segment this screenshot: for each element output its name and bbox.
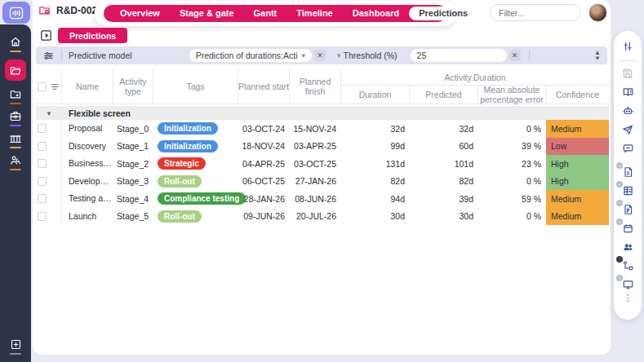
tab-card: Overview Stage & gate Gantt Timeline Das…	[95, 1, 455, 26]
row-hierarchy-cell	[47, 120, 62, 138]
workflow-icon[interactable]	[620, 258, 636, 273]
column-header-planned-finish[interactable]: Planned finish	[290, 69, 341, 104]
column-header-predicted[interactable]: Predicted	[410, 86, 478, 104]
hierarchy-icon	[50, 82, 60, 91]
table-row[interactable]: Business Case Stage_2 Strategic 04-APR-2…	[36, 155, 609, 173]
planned-finish-cell: 27-JAN-26	[290, 173, 341, 191]
duration-cell: 30d	[341, 208, 410, 226]
filter-input[interactable]	[490, 4, 581, 21]
tag-pill: Initialization	[158, 122, 218, 135]
users-icon[interactable]	[620, 240, 636, 254]
hierarchy-column-header[interactable]	[47, 69, 62, 104]
predictive-model-select[interactable]: Prediction of durations:Acti ▾	[189, 49, 312, 62]
duration-cell: 94d	[341, 190, 410, 208]
app-logo[interactable]	[2, 2, 30, 24]
export-table-icon[interactable]: ⌄	[620, 183, 636, 198]
collapse-chevron-icon[interactable]: ▾	[36, 109, 62, 117]
more-dots-icon[interactable]: ⋮	[624, 296, 633, 299]
planned-start-cell: 03-OCT-24	[238, 120, 290, 138]
column-header-mape[interactable]: Mean absolute percentage error	[478, 86, 546, 104]
sidebar-item-stage-gate[interactable]	[0, 130, 31, 152]
group-row-flexible-screen[interactable]: ▾ Flexible screen	[36, 106, 609, 120]
column-header-duration[interactable]: Duration	[341, 86, 410, 104]
column-header-activity-type[interactable]: Activity type	[113, 69, 153, 104]
activity-type-cell: Stage_4	[113, 190, 153, 208]
save-icon[interactable]	[620, 66, 636, 81]
main-panel: R&D-002 ▾ Overview Stage & gate Gantt Ti…	[33, 0, 611, 355]
sidebar-item-resources[interactable]	[0, 152, 31, 174]
sidebar-item-portfolio[interactable]	[0, 108, 31, 130]
name-cell: Proposal	[62, 120, 113, 138]
tags-cell: Initialization	[153, 120, 238, 138]
planned-start-cell: 28-JAN-26	[238, 190, 290, 208]
portfolio-underline	[10, 125, 21, 126]
filter-settings-icon[interactable]	[42, 51, 55, 61]
send-icon[interactable]	[620, 122, 636, 137]
tags-cell: Roll-out	[153, 173, 238, 191]
predictions-view-button[interactable]: Predictions	[58, 28, 127, 43]
export-chevron-badge: ⌄	[616, 162, 623, 169]
top-bar: R&D-002 ▾ Overview Stage & gate Gantt Ti…	[33, 0, 611, 26]
clear-model-icon[interactable]: ✕	[314, 50, 326, 61]
export-pdf-icon[interactable]: ⌄	[620, 165, 636, 179]
row-checkbox[interactable]	[38, 212, 47, 221]
stage-gate-icon	[5, 130, 26, 145]
stepper-control[interactable]: ▲▼	[594, 50, 601, 61]
column-header-tags[interactable]: Tags	[153, 69, 238, 104]
report-book-icon[interactable]	[620, 85, 636, 99]
column-header-name[interactable]: Name	[62, 69, 113, 104]
mape-cell: 23 %	[478, 155, 546, 173]
activity-type-cell: Stage_1	[113, 138, 153, 156]
sidebar-item-starred[interactable]	[0, 86, 31, 108]
table-row[interactable]: Launch Stage_5 Roll-out 09-JUN-26 20-JUL…	[36, 208, 609, 226]
predictive-model-label: Predictive model	[69, 51, 132, 60]
name-cell: Development	[62, 173, 113, 191]
row-checkbox[interactable]	[38, 159, 47, 168]
table-row[interactable]: Development Stage_3 Roll-out 06-OCT-25 2…	[36, 173, 609, 191]
predicted-cell: 101d	[410, 155, 478, 173]
column-header-planned-start[interactable]: Planned start	[238, 69, 290, 104]
monitor-icon[interactable]: ⌄	[620, 277, 636, 292]
divider	[61, 50, 62, 61]
tab-stage-gate[interactable]: Stage & gate	[170, 7, 244, 20]
table-row[interactable]: Discovery Stage_1 Initialization 18-NOV-…	[36, 138, 609, 156]
clear-threshold-icon[interactable]: ✕	[509, 50, 521, 61]
mape-cell: 0 %	[478, 173, 546, 191]
tab-overview[interactable]: Overview	[110, 7, 170, 20]
export-doc-icon[interactable]: ⌄	[620, 202, 636, 217]
add-underline	[10, 353, 21, 355]
table-row[interactable]: Testing and V... Stage_4 Compliance test…	[36, 190, 609, 208]
row-checkbox[interactable]	[38, 142, 47, 151]
row-checkbox[interactable]	[38, 124, 47, 133]
row-hierarchy-cell	[47, 155, 62, 173]
select-all-checkbox[interactable]	[38, 82, 47, 91]
row-checkbox[interactable]	[38, 194, 47, 203]
tab-predictions[interactable]: Predictions	[409, 7, 477, 20]
predicted-cell: 39d	[410, 190, 478, 208]
sidebar-item-home[interactable]	[0, 34, 31, 55]
tab-gantt[interactable]: Gantt	[244, 7, 287, 20]
workflow-dot-badge	[616, 256, 623, 263]
user-avatar[interactable]	[588, 3, 607, 22]
export-chevron-badge: ⌄	[616, 181, 623, 188]
predictions-table: Name Activity type Tags Planned start Pl…	[36, 69, 609, 225]
row-checkbox[interactable]	[38, 177, 47, 186]
sidebar-item-add[interactable]	[0, 337, 31, 358]
home-icon	[5, 34, 26, 49]
table-row[interactable]: Proposal Stage_0 Initialization 03-OCT-2…	[36, 120, 609, 138]
sliders-icon[interactable]	[620, 39, 636, 54]
sidebar-rail	[0, 24, 31, 362]
name-cell: Testing and V...	[62, 190, 113, 208]
robot-icon[interactable]	[620, 104, 636, 118]
column-header-confidence[interactable]: Confidence	[546, 86, 609, 104]
chevron-down-icon[interactable]: ▾	[337, 51, 341, 60]
panel-toggle-icon[interactable]	[39, 29, 53, 42]
project-name: R&D-002	[56, 5, 97, 16]
sidebar-item-projects[interactable]	[0, 60, 31, 81]
tab-bar: Overview Stage & gate Gantt Timeline Das…	[104, 5, 446, 22]
tab-timeline[interactable]: Timeline	[286, 7, 342, 20]
comment-icon[interactable]	[620, 141, 636, 156]
calendar-icon[interactable]: ⌄	[620, 221, 636, 236]
threshold-input[interactable]	[411, 49, 507, 62]
tab-dashboard[interactable]: Dashboard	[343, 7, 409, 20]
